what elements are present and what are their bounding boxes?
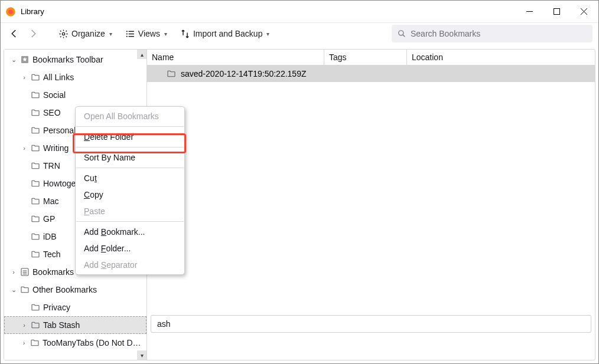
tree-item-label: SEO [43, 108, 61, 117]
svg-point-12 [126, 35, 128, 37]
twisty-right-icon[interactable]: › [21, 339, 27, 346]
scroll-up-arrow[interactable]: ▴ [137, 50, 147, 59]
chevron-down-icon: ▾ [164, 31, 167, 37]
tree-item-label: TooManyTabs (Do Not Delete) [43, 338, 144, 347]
tree-item-label: Mac [43, 196, 58, 206]
svg-point-11 [126, 33, 128, 34]
window-controls [516, 2, 597, 21]
menu-open-all[interactable]: Open All Bookmarks [76, 108, 184, 124]
menu-separator [76, 126, 184, 127]
menu-add-bookmark[interactable]: Add Bookmark... [76, 224, 184, 240]
folder-icon [31, 73, 40, 82]
detail-name-value: ash [157, 319, 171, 329]
twisty-right-icon[interactable]: › [21, 74, 28, 81]
tree-item-other-bookmarks[interactable]: ⌄Other Bookmarks [4, 281, 147, 299]
folder-icon [31, 108, 40, 117]
gear-icon [58, 29, 69, 39]
twisty-down-icon[interactable]: ⌄ [10, 286, 17, 294]
views-label: Views [138, 29, 160, 38]
chevron-down-icon: ▾ [266, 31, 269, 37]
titlebar: Library [1, 1, 598, 23]
menu-cut[interactable]: Cut [76, 170, 184, 186]
svg-rect-16 [21, 268, 28, 276]
tree-item-label: Social [43, 90, 66, 100]
menu-delete-folder[interactable]: Delete Folder [76, 129, 184, 145]
tree-item-label: Tab Stash [43, 320, 80, 330]
tree-item-label: Writing [43, 143, 69, 153]
context-menu: Open All Bookmarks Delete Folder Sort By… [75, 106, 185, 275]
search-placeholder: Search Bookmarks [411, 29, 480, 38]
folder-icon [31, 214, 40, 224]
svg-point-6 [62, 32, 64, 35]
tree-item-privacy[interactable]: Privacy [4, 299, 147, 316]
menu-sort-by-name[interactable]: Sort By Name [76, 149, 184, 166]
tree-item-toomanytabs-do-not-delete-[interactable]: ›TooManyTabs (Do Not Delete) [4, 334, 147, 352]
organize-label: Organize [71, 29, 105, 38]
tree-item-label: Tech [43, 250, 61, 259]
back-button[interactable] [6, 26, 22, 41]
close-button[interactable] [570, 2, 597, 21]
window-title: Library [21, 7, 516, 16]
tree-item-all-links[interactable]: ›All Links [4, 68, 147, 86]
column-tags[interactable]: Tags [324, 50, 407, 65]
folder-icon [31, 161, 40, 170]
minimize-button[interactable] [516, 2, 543, 21]
menu-separator [76, 221, 184, 222]
folder-icon [20, 285, 30, 294]
column-name[interactable]: Name [147, 50, 324, 65]
menu-paste[interactable]: Paste [76, 203, 184, 219]
tree-item-label: GP [43, 214, 55, 224]
import-export-icon [180, 29, 190, 39]
forward-button[interactable] [25, 26, 41, 41]
menu-add-folder[interactable]: Add Folder... [76, 240, 184, 257]
list-item[interactable]: saved-2020-12-14T19:50:22.159Z [147, 65, 595, 82]
folder-icon [31, 90, 40, 100]
chevron-down-icon: ▾ [109, 31, 112, 37]
menu-separator [76, 147, 184, 147]
svg-point-10 [126, 31, 128, 32]
folder-icon [31, 303, 40, 312]
views-menu[interactable]: Views ▾ [121, 25, 172, 42]
twisty-right-icon[interactable]: › [10, 268, 17, 276]
tree-item-label: All Links [43, 73, 74, 82]
search-input[interactable]: Search Bookmarks [392, 25, 593, 42]
menu-separator [76, 168, 184, 168]
scroll-down-arrow[interactable]: ▾ [137, 350, 147, 360]
tree-item-social[interactable]: Social [4, 86, 147, 104]
firefox-icon [5, 6, 16, 17]
folder-icon [31, 250, 40, 259]
menu-box-icon [20, 267, 30, 277]
maximize-button[interactable] [543, 2, 570, 21]
tree-item-label: Other Bookmarks [32, 285, 97, 294]
import-backup-menu[interactable]: Import and Backup ▾ [175, 25, 275, 42]
tree-item-tab-stash[interactable]: ›Tab Stash [4, 316, 147, 334]
folder-icon [31, 126, 40, 135]
list-icon [125, 29, 135, 39]
menu-copy[interactable]: Copy [76, 186, 184, 203]
folder-icon [31, 143, 40, 153]
tree-item-label: Bookmarks Toolbar [32, 55, 103, 64]
tree-item-label: Privacy [43, 303, 70, 312]
list-item-name: saved-2020-12-14T19:50:22.159Z [181, 69, 306, 78]
column-headers[interactable]: Name Tags Location [147, 50, 595, 65]
folder-icon [31, 320, 40, 330]
star-box-icon [20, 55, 30, 64]
twisty-right-icon[interactable]: › [21, 322, 28, 329]
tree-item-label: TRN [43, 161, 60, 170]
tree-item-label: iDB [43, 232, 57, 241]
column-location[interactable]: Location [407, 50, 595, 65]
menu-add-separator[interactable]: Add Separator [76, 257, 184, 273]
organize-menu[interactable]: Organize ▾ [54, 25, 117, 42]
tree-item-bookmarks-toolbar[interactable]: ⌄Bookmarks Toolbar [4, 51, 147, 68]
svg-line-14 [403, 35, 405, 37]
twisty-down-icon[interactable]: ⌄ [10, 56, 17, 64]
folder-icon [167, 69, 176, 78]
svg-rect-3 [554, 9, 559, 15]
import-backup-label: Import and Backup [193, 29, 263, 38]
toolbar: Organize ▾ Views ▾ Import and Backup ▾ S… [1, 23, 598, 44]
svg-point-1 [8, 9, 13, 14]
detail-name-field[interactable]: ash [151, 315, 591, 333]
search-icon [398, 29, 406, 38]
svg-point-13 [399, 31, 403, 35]
twisty-right-icon[interactable]: › [21, 145, 28, 152]
